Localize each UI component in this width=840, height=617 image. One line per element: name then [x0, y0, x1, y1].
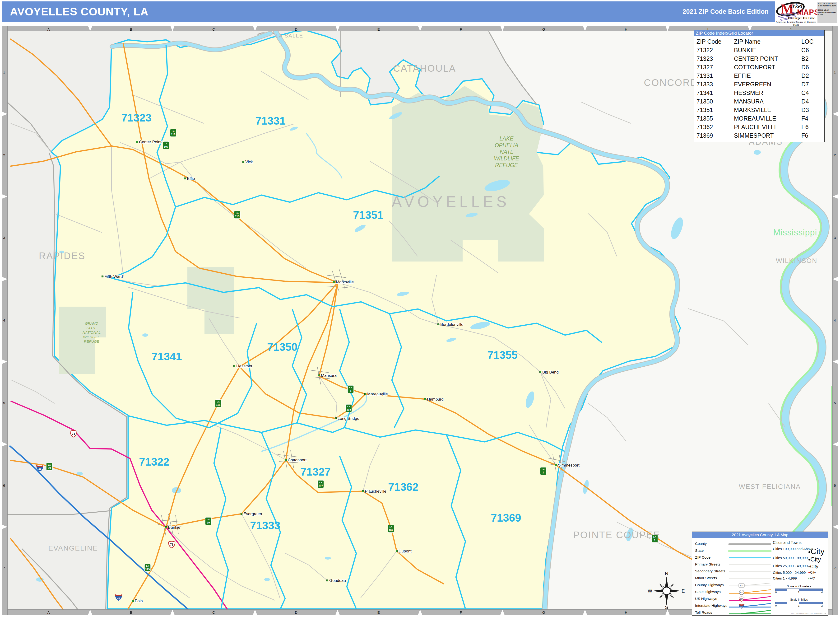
- zip-label: 71369: [491, 512, 521, 524]
- svg-text:123: 123: [740, 591, 743, 594]
- town-dot-icon: [396, 550, 398, 552]
- legend-item: Primary Streets: [692, 561, 773, 568]
- town-dot-icon: [241, 513, 242, 515]
- svg-text:115: 115: [235, 215, 240, 218]
- town-dot-icon: [318, 375, 320, 376]
- zip-table-row: 71341HESSMERC4: [694, 89, 824, 97]
- zip-label: 71331: [255, 115, 286, 127]
- town-dot-icon: [438, 324, 439, 325]
- svg-text:114: 114: [346, 408, 351, 411]
- legend-item-label: Toll Roads: [695, 609, 712, 616]
- town-label: Bunkie: [168, 525, 180, 530]
- town-dot-icon: [102, 276, 103, 278]
- town-label: Hessmer: [236, 364, 252, 368]
- town-label: Eola: [135, 599, 143, 603]
- svg-text:S: S: [665, 605, 668, 610]
- town-label: Plaucheville: [365, 489, 386, 494]
- area-label: LA SALLE: [276, 33, 303, 39]
- svg-text:115: 115: [146, 568, 150, 570]
- zip-label: 71327: [300, 466, 331, 478]
- town-label: Center Point: [139, 140, 162, 144]
- legend-sample-zip: [727, 554, 772, 561]
- area-label: Mississippi: [773, 227, 817, 237]
- header-bar: AVOYELLES COUNTY, LA 2021 ZIP Code Basic…: [2, 1, 775, 22]
- state-highway-shield-icon: LA29: [46, 463, 52, 470]
- legend-item-label: State: [695, 547, 704, 554]
- svg-text:LA: LA: [236, 212, 239, 214]
- grid-separator: [833, 277, 838, 281]
- logo-maps: MAPS: [797, 8, 819, 16]
- area-label: EVANGELINE: [48, 544, 98, 552]
- zip-index-table: ZIP Code Index/Grid Locator ZIP CodeZIP …: [694, 30, 825, 142]
- legend-item: State: [692, 547, 773, 554]
- zip-label: 71341: [152, 350, 182, 363]
- town-dot-icon: [556, 464, 557, 466]
- legend-item: Interstate Highways123: [692, 602, 773, 609]
- zip-table-row: 71331EFFIED2: [694, 71, 824, 80]
- svg-text:107: 107: [164, 145, 168, 148]
- grid-separator: [833, 442, 838, 446]
- grid-separator: [833, 360, 838, 364]
- svg-text:107: 107: [389, 529, 393, 531]
- grid-row-label: 1: [3, 71, 5, 75]
- grid-separator: [418, 610, 422, 615]
- grid-separator: [335, 26, 340, 31]
- svg-text:49: 49: [117, 597, 120, 600]
- grid-separator: [500, 26, 505, 31]
- zip-table-header-row: ZIP CodeZIP NameLOC: [694, 37, 824, 46]
- town-label: Bordelonville: [440, 322, 463, 327]
- svg-text:115: 115: [216, 403, 221, 406]
- grid-separator: [583, 610, 587, 615]
- town-label: Cottonport: [288, 458, 307, 462]
- zip-label: 71333: [250, 519, 280, 531]
- grid-col-label: F: [460, 610, 462, 614]
- town-dot-icon: [335, 418, 337, 419]
- contact-email: mapsales@MarketMAPS.com: [818, 11, 837, 16]
- legend-item: Secondary Streets: [692, 568, 773, 575]
- grid-col-label: H: [625, 610, 628, 614]
- grid-separator: [2, 194, 7, 199]
- state-highway-shield-icon: LA115: [170, 129, 176, 137]
- page-title: AVOYELLES COUNTY, LA: [10, 1, 149, 22]
- state-highway-shield-icon: LA107: [388, 525, 394, 533]
- grid-col-label: F: [460, 27, 462, 31]
- svg-text:49: 49: [38, 468, 41, 471]
- zip-table-row: 71362PLAUCHEVILLEE6: [694, 123, 824, 131]
- town-dot-icon: [362, 490, 364, 492]
- svg-text:LA: LA: [207, 518, 210, 521]
- area-label: WILKINSON: [776, 257, 817, 264]
- town-dot-icon: [424, 399, 426, 400]
- town-dot-icon: [136, 141, 138, 143]
- svg-text:LA: LA: [542, 468, 545, 471]
- grid-separator: [2, 442, 7, 446]
- svg-text:LA: LA: [653, 536, 656, 538]
- town-label: Hamburg: [427, 397, 444, 401]
- svg-text:71: 71: [170, 543, 173, 546]
- legend-sample-toll: [727, 610, 772, 617]
- grid-row-label: 2: [834, 153, 836, 157]
- zip-label: 71355: [487, 349, 517, 361]
- zip-table-row: 71350MANSURAD4: [694, 97, 824, 106]
- legend-item-label: Minor Streets: [695, 574, 717, 582]
- city-size-sample: City: [808, 547, 825, 556]
- grid-col-label: G: [542, 27, 545, 31]
- town-dot-icon: [365, 393, 366, 395]
- legend-item-label: ZIP Code: [695, 554, 710, 561]
- grid-row-label: 4: [3, 318, 5, 322]
- town-label: Effie: [187, 176, 195, 181]
- refuge-label: GRANDCOTENATIONALWILDLIFEREFUGE: [83, 321, 100, 343]
- town-label: Long Bridge: [337, 416, 360, 421]
- legend-item: ZIP Code: [692, 554, 773, 561]
- grid-separator: [665, 610, 670, 615]
- grid-row-label: 6: [834, 483, 836, 487]
- grid-col-label: E: [377, 27, 380, 31]
- grid-col-label: D: [295, 27, 298, 31]
- svg-text:29: 29: [207, 521, 210, 524]
- svg-text:N: N: [665, 571, 668, 576]
- zip-table-row: 71369SIMMESPORTF6: [694, 131, 824, 140]
- svg-text:LA: LA: [146, 565, 149, 567]
- town-label: Moreauville: [367, 392, 388, 396]
- page: AVOYELLES COUNTY, LA 2021 ZIP Code Basic…: [0, 0, 840, 617]
- zip-table-row: 71351MARKSVILLED3: [694, 106, 824, 114]
- legend-item: State Highways123: [692, 588, 773, 595]
